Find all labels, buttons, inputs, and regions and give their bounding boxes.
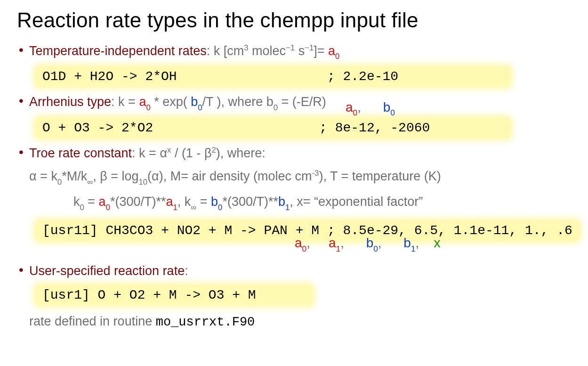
troe-ann-a1: a1 <box>329 236 340 250</box>
bullet-temp-independent: Temperature-independent rates: k [cm3 mo… <box>17 43 571 92</box>
troe-l3-mid: *(300/T)** <box>110 195 166 209</box>
temp-independent-code: O1D + H2O -> 2*OH ; 2.2e-10 <box>36 66 510 87</box>
troe-l3-b0: b0 <box>211 195 222 209</box>
arr-b0: b0 <box>191 95 202 109</box>
troe-l3-a0: a0 <box>99 195 110 209</box>
troe-l2-alpha: α = k <box>29 169 57 183</box>
bullet-list-2: User-specified reaction rate: [usr1] O +… <box>17 263 571 331</box>
troe-l3-eq2: = <box>196 195 211 209</box>
troe-l3-eq: = <box>84 195 99 209</box>
troe-l3-mid2: *(300/T)** <box>222 195 278 209</box>
arr-exp: * exp( <box>151 95 191 109</box>
temp-independent-headline: Temperature-independent rates: k [cm3 mo… <box>29 43 571 61</box>
arr-annot-a0: a0 <box>346 100 357 114</box>
troe-l3-inf: ∞ <box>191 203 196 212</box>
troe-ann-b1: b1 <box>403 236 415 250</box>
arrhenius-code: O + O3 -> 2*O2 ; 8e-12, -2060 <box>36 118 510 138</box>
troe-headline: Troe rate constant: k = αx / (1 - β2), w… <box>29 146 571 162</box>
ti-colon: : k [cm <box>207 44 244 58</box>
bullet-user-specified: User-specified reaction rate: [usr1] O +… <box>17 263 571 331</box>
user-headline: User-specified reaction rate: <box>29 263 571 279</box>
user-label: User-specified reaction rate <box>29 264 185 278</box>
troe-l2-m3: -3 <box>312 169 319 178</box>
troe-ann-c3: , <box>378 236 382 250</box>
troe-l3-tail: , x= “exponential factor” <box>290 195 423 209</box>
troe-ann-x: x <box>434 236 440 250</box>
troe-close: ), where: <box>216 146 266 160</box>
troe-l3-b1: b1 <box>278 195 290 209</box>
ti-molec-sup-one: 1 <box>290 43 295 52</box>
troe-line2: α = k0*M/k∞, β = log10(α), M= air densit… <box>17 168 571 187</box>
bullet-list: Temperature-independent rates: k [cm3 mo… <box>17 43 571 161</box>
troe-l3-k0: k <box>73 195 80 209</box>
ti-molec: molec <box>249 44 286 58</box>
troe-l2-inf: ∞ <box>87 178 93 187</box>
arrhenius-annot: a0, b0 <box>346 100 395 117</box>
arr-annot-comma: , <box>357 100 361 114</box>
troe-l2-paren: (α), M= air density (molec cm <box>147 169 312 183</box>
arr-eq1: : k = <box>111 95 139 109</box>
arrhenius-label: Arrhenius type <box>29 95 111 109</box>
troe-ann-c4: , <box>416 236 419 250</box>
troe-l2-tt: ), T = temperature (K) <box>319 169 441 183</box>
arr-a0: a0 <box>139 95 150 109</box>
arr-annot-b0: b0 <box>383 100 395 114</box>
troe-l2-mk: *M/k <box>62 169 87 183</box>
arrhenius-headline: Arrhenius type: k = a0 * exp( b0/T ), wh… <box>29 94 571 112</box>
bullet-troe: Troe rate constant: k = αx / (1 - β2), w… <box>17 146 571 162</box>
ti-eq: ]= <box>314 44 328 58</box>
arrhenius-code-row: a0, b0 O + O3 -> 2*O2 ; 8e-12, -2060 <box>29 112 571 144</box>
ti-cm3-sup: 3 <box>244 43 248 52</box>
user-code: [usr1] O + O2 + M -> O3 + M <box>36 285 313 305</box>
troe-line3: k0 = a0*(300/T)**a1, k∞ = b0*(300/T)**b1… <box>17 193 571 212</box>
ti-s-sup-minus: − <box>305 43 309 52</box>
arr-er: = (-E/R) <box>278 95 326 109</box>
ti-s: s <box>295 44 305 58</box>
troe-sq: 2 <box>211 146 216 155</box>
troe-annot: a0, a1, b0, b1, x <box>295 236 440 253</box>
troe-ann-a0: a0 <box>295 236 306 250</box>
user-note: rate defined in routine mo_usrrxt.F90 <box>29 314 571 331</box>
arr-overt: /T ), where b <box>202 95 274 109</box>
ti-molec-sup-minus: − <box>286 43 290 52</box>
ti-a0: a0 <box>328 44 339 58</box>
slide-title: Reaction rate types in the chempp input … <box>17 8 571 32</box>
user-note-prefix: rate defined in routine <box>29 314 156 328</box>
troe-l2-beta: , β = log <box>93 169 138 183</box>
troe-code-row: [usr11] CH3CO3 + NO2 + M -> PAN + M ; 8.… <box>29 215 571 246</box>
user-colon: : <box>185 264 188 278</box>
troe-eq1: : k = α <box>132 146 167 160</box>
user-note-mono: mo_usrrxt.F90 <box>156 315 255 329</box>
ti-s-sup-one: 1 <box>309 43 314 52</box>
troe-l2-k0s: 0 <box>57 178 62 187</box>
troe-l2-ten: 10 <box>138 178 147 187</box>
bullet-arrhenius: Arrhenius type: k = a0 * exp( b0/T ), wh… <box>17 94 571 143</box>
arr-b0s: 0 <box>274 103 278 112</box>
troe-label: Troe rate constant <box>29 146 132 160</box>
troe-div: / (1 - β <box>171 146 211 160</box>
troe-ann-c2: , <box>340 236 344 250</box>
slide: Reaction rate types in the chempp input … <box>0 0 588 366</box>
troe-l3-comma: , k <box>177 195 191 209</box>
troe-ann-b0: b0 <box>366 236 378 250</box>
troe-ann-c1: , <box>306 236 310 250</box>
temp-independent-label: Temperature-independent rates <box>29 44 207 58</box>
troe-l3-a1: a1 <box>166 195 177 209</box>
troe-l3-k0s: 0 <box>80 203 84 212</box>
